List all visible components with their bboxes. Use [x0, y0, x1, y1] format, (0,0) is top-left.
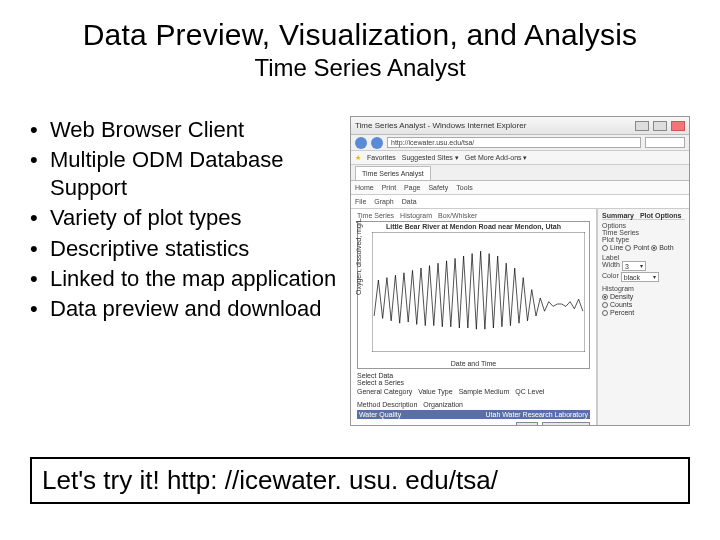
- plot-type-tabs: Time Series Histogram Box/Whisker: [355, 211, 592, 221]
- series-headers: General Category Value Type Sample Mediu…: [357, 388, 590, 408]
- bullet-list: Web Browser Client Multiple ODM Database…: [30, 116, 350, 426]
- browser-tab-row: Time Series Analyst: [351, 165, 689, 181]
- histogram-group-label: Histogram: [602, 285, 685, 292]
- bullet-item: Data preview and download: [30, 295, 342, 323]
- chart-title: Little Bear River at Mendon Road near Me…: [358, 223, 589, 230]
- app-menu-file[interactable]: File: [355, 198, 366, 205]
- close-button[interactable]: [671, 121, 685, 131]
- forward-button[interactable]: [371, 137, 383, 149]
- radio-point[interactable]: [625, 245, 631, 251]
- nav-toolbar: http://icewater.usu.edu/tsa/: [351, 135, 689, 151]
- color-label: Color: [602, 272, 619, 282]
- width-label: Width: [602, 261, 620, 271]
- bullet-item: Web Browser Client: [30, 116, 342, 144]
- search-box[interactable]: [645, 137, 685, 148]
- slide-subtitle: Time Series Analyst: [30, 54, 690, 82]
- timeseries-group-label: Time Series: [602, 229, 685, 236]
- tab-histogram[interactable]: Histogram: [400, 212, 432, 219]
- select-data-label: Select Data: [357, 372, 590, 379]
- app-menu: File Graph Data: [351, 195, 689, 209]
- maximize-button[interactable]: [653, 121, 667, 131]
- app-menu-data[interactable]: Data: [402, 198, 417, 205]
- clear-graph-button[interactable]: Clear Graph: [542, 422, 590, 426]
- radio-density[interactable]: [602, 294, 608, 300]
- address-bar[interactable]: http://icewater.usu.edu/tsa/: [387, 137, 641, 148]
- window-titlebar: Time Series Analyst - Windows Internet E…: [351, 117, 689, 135]
- options-header: Options: [602, 222, 685, 229]
- menu-tools[interactable]: Tools: [456, 184, 472, 191]
- tab-timeseries[interactable]: Time Series: [357, 212, 394, 219]
- plot-type-label: Plot type: [602, 236, 685, 243]
- width-select[interactable]: 3▾: [622, 261, 646, 271]
- color-select[interactable]: black▾: [621, 272, 659, 282]
- bullet-item: Multiple ODM Database Support: [30, 146, 342, 202]
- series-selector: Select Data Select a Series General Cate…: [355, 369, 592, 426]
- minimize-button[interactable]: [635, 121, 649, 131]
- favorites-bar: ★ Favorites Suggested Sites ▾ Get More A…: [351, 151, 689, 165]
- menu-safety[interactable]: Safety: [428, 184, 448, 191]
- radio-both[interactable]: [651, 245, 657, 251]
- radio-counts[interactable]: [602, 302, 608, 308]
- chart-ylabel: Oxygen, dissolved, mg/L: [355, 218, 362, 295]
- radio-line[interactable]: [602, 245, 608, 251]
- plot-button[interactable]: Plot: [516, 422, 538, 426]
- series-row-selected[interactable]: Water Quality Utah Water Research Labora…: [357, 410, 590, 419]
- bullet-item: Linked to the map application: [30, 265, 342, 293]
- back-button[interactable]: [355, 137, 367, 149]
- menu-page[interactable]: Page: [404, 184, 420, 191]
- options-sidepanel: Summary Plot Options Options Time Series…: [597, 209, 689, 426]
- select-series-label: Select a Series: [357, 379, 590, 386]
- tab-summary[interactable]: Summary: [602, 212, 634, 219]
- browser-tab[interactable]: Time Series Analyst: [355, 166, 431, 180]
- plot-panel: Time Series Histogram Box/Whisker Little…: [351, 209, 597, 426]
- favorites-label[interactable]: Favorites: [367, 154, 396, 161]
- call-to-action: Let's try it! http: //icewater. usu. edu…: [30, 457, 690, 504]
- star-icon[interactable]: ★: [355, 154, 361, 162]
- slide-title: Data Preview, Visualization, and Analysi…: [30, 18, 690, 52]
- browser-menu: Home Print Page Safety Tools: [351, 181, 689, 195]
- app-screenshot: Time Series Analyst - Windows Internet E…: [350, 116, 690, 426]
- chart-area: Little Bear River at Mendon Road near Me…: [357, 221, 590, 369]
- bullet-item: Variety of plot types: [30, 204, 342, 232]
- get-more-addons-link[interactable]: Get More Add-ons ▾: [465, 154, 528, 162]
- radio-percent[interactable]: [602, 310, 608, 316]
- menu-home[interactable]: Home: [355, 184, 374, 191]
- label-label: Label: [602, 254, 685, 261]
- tab-plot-options[interactable]: Plot Options: [640, 212, 682, 219]
- window-title-text: Time Series Analyst - Windows Internet E…: [355, 121, 526, 130]
- tab-boxwhisker[interactable]: Box/Whisker: [438, 212, 477, 219]
- menu-print[interactable]: Print: [382, 184, 396, 191]
- chart-svg: [372, 232, 585, 352]
- app-menu-graph[interactable]: Graph: [374, 198, 393, 205]
- chart-xlabel: Date and Time: [358, 360, 589, 367]
- suggested-sites-link[interactable]: Suggested Sites ▾: [402, 154, 459, 162]
- bullet-item: Descriptive statistics: [30, 235, 342, 263]
